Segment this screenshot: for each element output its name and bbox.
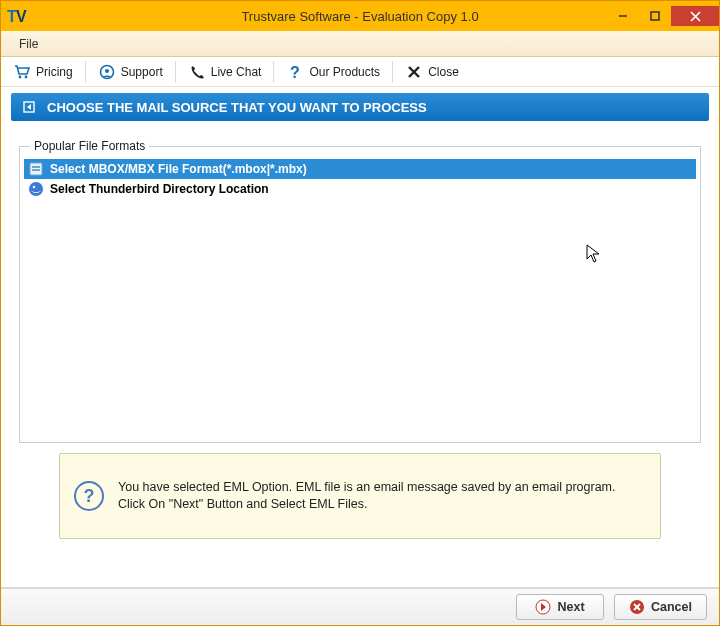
option-label: Select MBOX/MBX File Format(*.mbox|*.mbx… <box>50 162 307 176</box>
svg-rect-3 <box>651 12 659 20</box>
pricing-button[interactable]: Pricing <box>5 60 81 84</box>
our-products-label: Our Products <box>309 65 380 79</box>
option-label: Select Thunderbird Directory Location <box>50 182 269 196</box>
next-label: Next <box>557 600 584 614</box>
thunderbird-icon <box>28 181 44 197</box>
minimize-button[interactable] <box>607 6 639 26</box>
separator <box>273 61 274 83</box>
svg-point-7 <box>25 75 28 78</box>
phone-icon <box>188 63 206 81</box>
toolbar-close-label: Close <box>428 65 459 79</box>
support-label: Support <box>121 65 163 79</box>
help-icon: ? <box>74 481 104 511</box>
cancel-icon <box>629 599 645 615</box>
question-icon: ? <box>286 63 304 81</box>
footer: Next Cancel <box>1 587 719 625</box>
main-window: T V Trustvare Software - Evaluation Copy… <box>0 0 720 626</box>
process-icon <box>21 99 37 115</box>
svg-rect-15 <box>32 166 40 168</box>
banner: CHOOSE THE MAIL SOURCE THAT YOU WANT TO … <box>11 93 709 121</box>
support-button[interactable]: Support <box>90 60 171 84</box>
svg-point-18 <box>33 186 35 188</box>
file-icon <box>28 161 44 177</box>
cart-icon <box>13 63 31 81</box>
option-list: Select MBOX/MBX File Format(*.mbox|*.mbx… <box>24 159 696 199</box>
toolbar: Pricing Support Live Chat ? Our Products <box>1 57 719 87</box>
next-icon <box>535 599 551 615</box>
info-panel: ? You have selected EML Option. EML file… <box>59 453 661 539</box>
titlebar: T V Trustvare Software - Evaluation Copy… <box>1 1 719 31</box>
cancel-button[interactable]: Cancel <box>614 594 707 620</box>
svg-text:V: V <box>16 8 27 25</box>
live-chat-label: Live Chat <box>211 65 262 79</box>
maximize-button[interactable] <box>639 6 671 26</box>
close-icon <box>405 63 423 81</box>
menu-file[interactable]: File <box>9 34 48 54</box>
next-button[interactable]: Next <box>516 594 604 620</box>
live-chat-button[interactable]: Live Chat <box>180 60 270 84</box>
separator <box>392 61 393 83</box>
group-legend: Popular File Formats <box>30 139 149 153</box>
separator <box>85 61 86 83</box>
toolbar-close-button[interactable]: Close <box>397 60 467 84</box>
content-area: Popular File Formats Select MBOX/MBX Fil… <box>1 121 719 587</box>
svg-text:?: ? <box>290 64 300 81</box>
app-icon: T V <box>5 3 31 29</box>
svg-point-9 <box>105 69 109 73</box>
svg-point-17 <box>29 182 43 196</box>
headset-icon <box>98 63 116 81</box>
popular-file-formats-group: Popular File Formats Select MBOX/MBX Fil… <box>19 139 701 443</box>
menubar: File <box>1 31 719 57</box>
window-controls <box>607 6 719 26</box>
pricing-label: Pricing <box>36 65 73 79</box>
our-products-button[interactable]: ? Our Products <box>278 60 388 84</box>
svg-point-6 <box>19 75 22 78</box>
cancel-label: Cancel <box>651 600 692 614</box>
option-mbox[interactable]: Select MBOX/MBX File Format(*.mbox|*.mbx… <box>24 159 696 179</box>
banner-text: CHOOSE THE MAIL SOURCE THAT YOU WANT TO … <box>47 100 427 115</box>
separator <box>175 61 176 83</box>
option-thunderbird[interactable]: Select Thunderbird Directory Location <box>24 179 696 199</box>
close-window-button[interactable] <box>671 6 719 26</box>
info-text: You have selected EML Option. EML file i… <box>118 479 646 514</box>
svg-rect-16 <box>32 169 40 171</box>
